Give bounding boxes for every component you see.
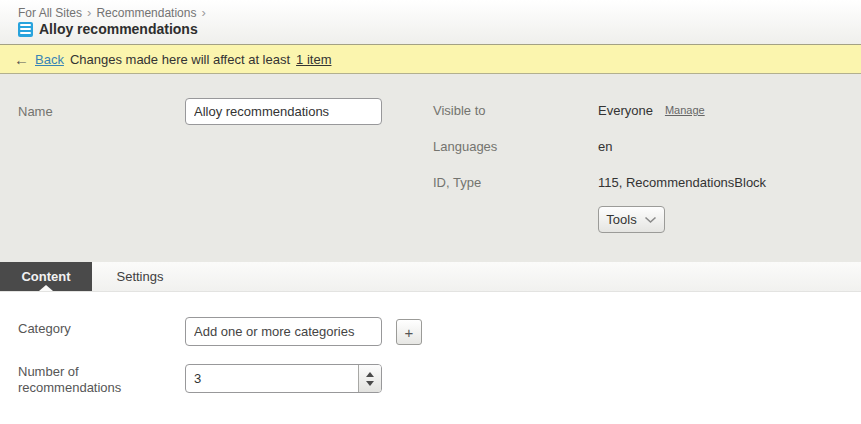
breadcrumb-item-recommendations[interactable]: Recommendations	[96, 6, 196, 20]
category-input[interactable]	[185, 317, 382, 346]
active-tab-notch	[39, 285, 53, 291]
breadcrumb: For All Sites › Recommendations ›	[18, 5, 206, 20]
plus-icon: +	[405, 325, 414, 340]
title-row: Alloy recommendations	[18, 21, 198, 37]
tab-settings-label: Settings	[117, 269, 164, 284]
tools-button[interactable]: Tools	[598, 206, 665, 233]
breadcrumb-separator-icon: ›	[87, 5, 91, 20]
visible-to-label: Visible to	[433, 103, 486, 118]
languages-label: Languages	[433, 139, 497, 154]
breadcrumb-separator-icon: ›	[201, 5, 205, 20]
chevron-down-icon	[644, 216, 657, 224]
tab-content-label: Content	[21, 269, 70, 284]
tab-settings[interactable]: Settings	[92, 262, 188, 291]
breadcrumb-item-for-all-sites[interactable]: For All Sites	[18, 6, 82, 20]
name-input[interactable]	[185, 98, 382, 125]
name-label: Name	[18, 104, 53, 119]
back-arrow-icon[interactable]: ←	[14, 52, 29, 67]
tab-content[interactable]: Content	[0, 262, 92, 291]
back-link[interactable]: Back	[35, 52, 64, 67]
page-title: Alloy recommendations	[39, 21, 198, 37]
tab-bar: Content Settings	[0, 262, 861, 292]
number-stepper	[358, 365, 381, 392]
affected-items-link[interactable]: 1 item	[296, 52, 331, 67]
add-category-button[interactable]: +	[396, 319, 422, 345]
id-type-label: ID, Type	[433, 175, 481, 190]
stepper-up-button[interactable]	[366, 372, 374, 377]
id-type-value: 115, RecommendationsBlock	[598, 175, 766, 190]
block-type-icon	[18, 22, 33, 37]
number-of-recommendations-field	[185, 364, 382, 393]
block-properties-panel: Name Visible to EveryoneManage Languages…	[0, 74, 861, 262]
notice-message: Changes made here will affect at least	[70, 52, 290, 67]
languages-value: en	[598, 139, 612, 154]
number-of-recommendations-input[interactable]	[185, 364, 382, 393]
notification-bar: ← Back Changes made here will affect at …	[0, 44, 861, 74]
visible-to-value: EveryoneManage	[598, 103, 705, 118]
page-header: For All Sites › Recommendations › Alloy …	[0, 0, 861, 44]
manage-link[interactable]: Manage	[665, 104, 705, 116]
stepper-down-button[interactable]	[366, 381, 374, 386]
content-tab-panel: Category + Number of recommendations	[0, 292, 861, 424]
category-label: Category	[18, 321, 71, 336]
tools-button-label: Tools	[606, 212, 636, 227]
number-of-recommendations-label: Number of recommendations	[18, 364, 148, 396]
